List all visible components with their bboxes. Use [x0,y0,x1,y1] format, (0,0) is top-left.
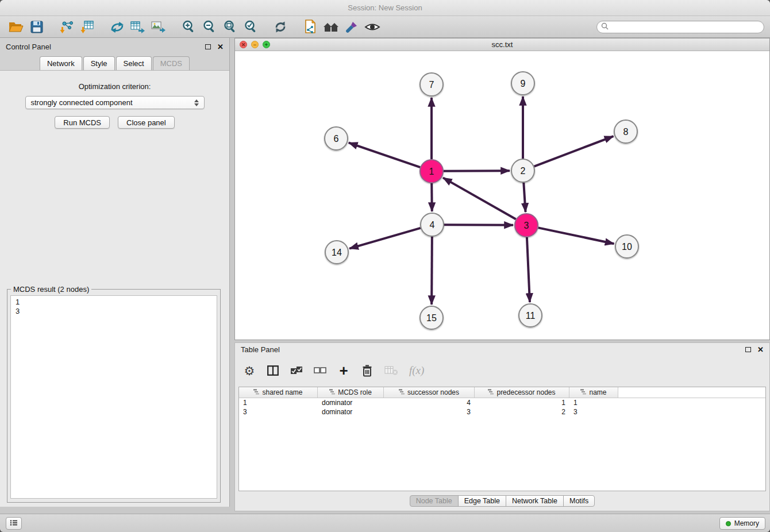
graph-node-1[interactable]: 1 [420,160,443,183]
open-folder-icon[interactable] [6,18,26,36]
edge-1-2[interactable] [444,171,510,171]
tab-select[interactable]: Select [116,56,152,70]
tab-network[interactable]: Network [40,56,82,70]
mcds-result-list[interactable]: 13 [10,295,217,499]
edge-2-8[interactable] [534,136,614,166]
edge-2-3[interactable] [523,183,525,212]
gear-icon[interactable]: ⚙ [243,362,256,379]
export-table-icon[interactable] [128,18,148,36]
table-cell[interactable]: dominator [318,398,384,407]
zoom-fit-icon[interactable] [220,18,240,36]
tab-node-table[interactable]: Node Table [410,495,459,507]
table-cell[interactable]: 3 [384,407,475,417]
network-canvas[interactable]: 7968124314101511 [235,51,769,340]
columns-icon[interactable] [267,362,279,379]
dropdown-stepper-icon [194,99,199,106]
zoom-selected-icon[interactable] [240,18,261,36]
import-network-icon[interactable] [56,18,77,36]
table-panel-title: Table Panel [241,345,280,354]
toolbar-separator [291,16,300,37]
graph-node-4[interactable]: 4 [421,213,444,236]
column-header-predecessor-nodes[interactable]: predecessor nodes [475,387,569,398]
graph-svg[interactable]: 7968124314101511 [235,51,769,339]
table-cell[interactable]: dominator [318,407,384,417]
table-cell[interactable]: 3 [239,407,318,417]
home-icon[interactable] [321,18,341,36]
graph-node-8[interactable]: 8 [614,120,637,143]
criterion-dropdown[interactable]: strongly connected component [25,96,205,109]
close-panel-button[interactable]: Close panel [118,116,175,129]
table-row[interactable]: 3dominator323 [239,407,765,417]
edge-1-4[interactable] [432,183,432,211]
edge-3-10[interactable] [538,228,614,244]
graph-node-11[interactable]: 11 [519,304,542,327]
refresh-icon[interactable] [270,18,291,36]
table-cell[interactable]: 1 [475,398,569,407]
graph-node-9[interactable]: 9 [511,72,534,95]
minimize-window-icon[interactable]: − [251,41,259,48]
brush-icon[interactable] [341,18,362,36]
memory-button[interactable]: Memory [719,517,765,530]
tab-style[interactable]: Style [83,56,115,70]
graph-node-10[interactable]: 10 [615,235,638,258]
node-label: 8 [623,127,629,137]
tab-mcds[interactable]: MCDS [153,56,190,70]
graph-node-6[interactable]: 6 [325,127,348,150]
column-header-MCDS-role[interactable]: MCDS role [318,387,384,398]
table-cell[interactable]: 1 [569,398,618,407]
delete-table-icon [384,362,398,379]
table-header-filler [618,387,765,398]
network-window-titlebar[interactable]: ✕ − + scc.txt [235,38,769,51]
toolbar-separator [169,16,178,37]
zoom-in-icon[interactable] [178,18,199,36]
save-icon[interactable] [26,18,47,36]
select-all-checkbox-icon[interactable] [290,362,303,379]
tab-motifs[interactable]: Motifs [563,495,595,507]
search-field[interactable] [596,21,764,33]
column-header-shared-name[interactable]: shared name [239,387,318,398]
control-panel: Control Panel ✕ NetworkStyleSelectMCDS O… [0,38,230,507]
edge-4-14[interactable] [349,228,421,249]
edge-4-3[interactable] [444,225,513,225]
table-cell[interactable]: 4 [384,398,475,407]
task-history-button[interactable] [6,517,22,530]
node-label: 4 [430,220,435,230]
table-cell[interactable]: 3 [569,407,618,417]
maximize-window-icon[interactable]: + [263,41,270,48]
graph-node-15[interactable]: 15 [420,306,443,329]
add-row-icon[interactable]: + [337,362,350,379]
eye-icon[interactable] [362,18,383,36]
close-table-panel-icon[interactable]: ✕ [757,346,764,353]
graph-node-14[interactable]: 14 [325,241,348,264]
table-cell[interactable]: 1 [239,398,318,407]
zoom-out-icon[interactable] [199,18,220,36]
run-mcds-button[interactable]: Run MCDS [55,116,110,129]
close-panel-icon[interactable]: ✕ [217,43,224,51]
mcds-result-item: 1 [11,298,217,307]
edge-4-15[interactable] [432,237,432,304]
graph-node-7[interactable]: 7 [420,73,443,96]
deselect-all-checkbox-icon[interactable] [314,362,326,379]
export-image-icon[interactable] [148,18,169,36]
edge-3-11[interactable] [527,237,530,302]
edge-3-1[interactable] [443,178,516,219]
column-header-name[interactable]: name [569,387,618,398]
node-label: 2 [521,166,526,176]
tab-network-table[interactable]: Network Table [506,495,564,507]
table-row[interactable]: 1dominator411 [239,398,765,407]
window-titlebar[interactable]: Session: New Session [0,0,770,16]
float-table-panel-icon[interactable] [745,347,751,352]
layout-icon[interactable] [107,18,128,36]
edge-1-6[interactable] [349,142,420,167]
tab-edge-table[interactable]: Edge Table [458,495,506,507]
graph-node-2[interactable]: 2 [511,159,534,182]
table-cell[interactable]: 2 [475,407,569,417]
share-document-icon[interactable] [300,18,321,36]
column-header-successor-nodes[interactable]: successor nodes [384,387,475,398]
float-panel-icon[interactable] [205,44,211,49]
close-window-icon[interactable]: ✕ [240,41,247,48]
search-input[interactable] [611,23,760,31]
delete-row-icon[interactable] [361,362,374,379]
graph-node-3[interactable]: 3 [515,214,538,237]
import-table-icon[interactable] [77,18,98,36]
